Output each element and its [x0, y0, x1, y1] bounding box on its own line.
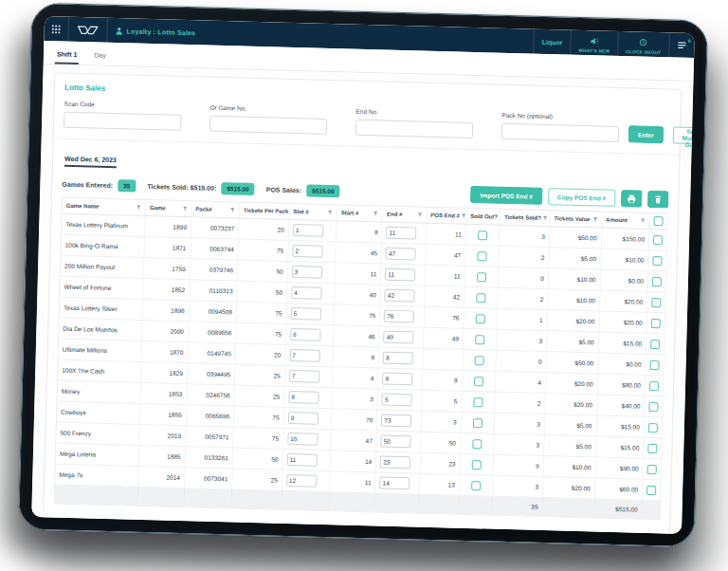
sold-out-checkbox[interactable]	[472, 460, 482, 470]
menu-button[interactable]: 0	[668, 32, 695, 58]
cell-amount: $40.00	[596, 395, 645, 416]
whats-new-button[interactable]: WHAT'S NEW	[570, 30, 618, 56]
sold-out-checkbox[interactable]	[474, 377, 483, 386]
pack-no-optional-input[interactable]	[501, 123, 619, 142]
row-select-checkbox[interactable]	[648, 401, 658, 411]
delete-button[interactable]	[647, 191, 668, 209]
print-icon	[627, 194, 636, 203]
tab-shift-1[interactable]: Shift 1	[55, 45, 80, 64]
filter-icon[interactable]	[373, 211, 378, 216]
end-input[interactable]	[379, 477, 410, 490]
filter-icon[interactable]	[592, 216, 597, 222]
sold-out-checkbox[interactable]	[475, 335, 484, 344]
end-no-input[interactable]	[355, 120, 473, 138]
sold-out-checkbox[interactable]	[477, 272, 486, 282]
scan-multiple-game-button[interactable]: Scan Multiple Game	[672, 127, 693, 145]
end-input[interactable]	[382, 394, 412, 407]
end-input[interactable]	[382, 373, 412, 386]
row-select-checkbox[interactable]	[651, 297, 661, 306]
liquor-button[interactable]: Liquor	[533, 29, 570, 55]
slot-input[interactable]	[290, 307, 320, 321]
end-input[interactable]	[386, 248, 416, 261]
sold-out-checkbox[interactable]	[473, 397, 482, 407]
filter-icon[interactable]	[462, 213, 466, 219]
end-input[interactable]	[384, 310, 414, 323]
filter-icon[interactable]	[543, 215, 548, 221]
import-pos-end-button[interactable]: Import POS End #	[470, 186, 542, 205]
end-input[interactable]	[380, 456, 410, 470]
filter-icon[interactable]	[641, 218, 646, 224]
copy-pos-end-button[interactable]: Copy POS End #	[548, 188, 616, 207]
clock-in-out-button[interactable]: CLOCK IN/OUT	[617, 31, 669, 57]
sold-out-checkbox[interactable]	[473, 418, 482, 428]
slot-input[interactable]	[287, 433, 318, 446]
cell-pos-end: 11	[425, 265, 465, 286]
end-input[interactable]	[384, 331, 414, 344]
slot-input[interactable]	[288, 391, 318, 404]
end-input[interactable]	[385, 268, 415, 282]
filter-icon[interactable]	[136, 205, 141, 211]
sold-out-checkbox[interactable]	[475, 356, 484, 365]
row-select-checkbox[interactable]	[647, 464, 657, 473]
cell-start: 47	[331, 430, 377, 451]
row-select-checkbox[interactable]	[653, 235, 663, 245]
slot-input[interactable]	[292, 266, 322, 279]
end-input[interactable]	[383, 352, 413, 365]
end-input[interactable]	[381, 414, 411, 428]
row-select-checkbox[interactable]	[649, 380, 659, 390]
slot-input[interactable]	[291, 286, 321, 300]
cell-end	[381, 243, 426, 265]
slot-input[interactable]	[292, 245, 322, 258]
slot-input[interactable]	[289, 370, 319, 383]
row-select-checkbox[interactable]	[650, 359, 660, 369]
end-input[interactable]	[385, 289, 415, 303]
tab-day[interactable]: Day	[92, 46, 108, 64]
sold-out-checkbox[interactable]	[476, 293, 485, 303]
or-game-no-input[interactable]	[209, 116, 327, 135]
apps-grid-icon[interactable]	[44, 16, 69, 42]
filter-icon[interactable]	[230, 207, 235, 212]
scan-form: Scan CodeOr Game No.End No.Pack No (opti…	[64, 101, 671, 144]
row-select-checkbox[interactable]	[651, 318, 661, 327]
slot-input[interactable]	[290, 328, 320, 341]
date-tab[interactable]: Wed Dec 6, 2023	[64, 156, 117, 168]
cell-sold-out	[464, 307, 498, 329]
row-select-checkbox[interactable]	[652, 255, 662, 265]
cell-select	[645, 396, 664, 416]
cell-slot	[284, 365, 333, 387]
sold-out-checkbox[interactable]	[472, 439, 482, 449]
menu-badge: 0	[688, 38, 691, 44]
end-input[interactable]	[381, 435, 411, 449]
sold-out-checkbox[interactable]	[477, 251, 486, 261]
slot-input[interactable]	[293, 224, 323, 237]
app-screen: Loyalty : Lotto Sales Liquor WHAT'S NEW	[31, 16, 695, 534]
row-select-checkbox[interactable]	[650, 339, 660, 348]
lotto-sales-card: Lotto Sales Scan CodeOr Game No.End No.P…	[43, 72, 682, 533]
total-empty-cell	[137, 487, 184, 507]
row-select-checkbox[interactable]	[647, 443, 657, 452]
col-header-sold-out: Sold Out?	[466, 208, 500, 225]
sold-out-checkbox[interactable]	[478, 230, 487, 240]
cell-tickets-per-pack: 75	[238, 239, 288, 261]
select-all-checkbox[interactable]	[653, 216, 663, 226]
sold-out-checkbox[interactable]	[471, 481, 481, 490]
cell-tickets-sold: 3	[500, 225, 550, 247]
slot-input[interactable]	[289, 349, 319, 362]
end-input[interactable]	[386, 227, 416, 240]
filter-icon[interactable]	[417, 212, 422, 217]
cell-sold-out	[460, 433, 494, 454]
print-button[interactable]	[621, 190, 642, 208]
filter-icon[interactable]	[182, 206, 187, 212]
filter-icon[interactable]	[328, 210, 333, 215]
row-select-checkbox[interactable]	[646, 485, 656, 494]
row-select-checkbox[interactable]	[648, 422, 658, 432]
cell-start: 14	[330, 451, 376, 472]
slot-input[interactable]	[286, 474, 317, 488]
enter-button[interactable]: Enter	[628, 125, 664, 143]
slot-input[interactable]	[287, 412, 318, 425]
sold-out-checkbox[interactable]	[476, 314, 485, 323]
slot-input[interactable]	[286, 453, 317, 467]
row-select-checkbox[interactable]	[652, 276, 662, 286]
col-header-game: Game	[145, 199, 191, 216]
scan-code-input[interactable]	[64, 112, 181, 131]
